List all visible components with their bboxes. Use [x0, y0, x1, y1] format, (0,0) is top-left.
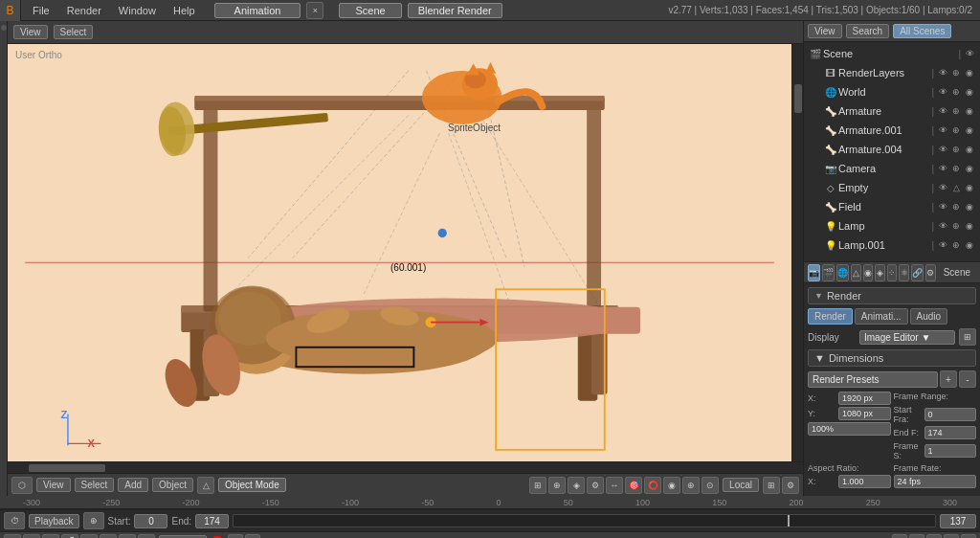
select-menu-btn[interactable]: Select [54, 25, 94, 39]
window-title[interactable]: Animation [214, 3, 301, 18]
view5-icon-btn[interactable]: ↔ [606, 477, 623, 494]
r2-icon-btn[interactable]: ⚙ [782, 477, 799, 494]
playback-btn[interactable]: Playback [29, 514, 79, 528]
tree-armature001[interactable]: 🦴 Armature.001 | 👁 ⊕ ◉ [804, 121, 980, 140]
menu-render[interactable]: Render [59, 3, 109, 18]
view7-icon-btn[interactable]: ⭕ [644, 477, 661, 494]
next-frame-btn[interactable]: ▶ [119, 534, 136, 538]
footer-add-btn[interactable]: Add [118, 478, 148, 492]
lamp001-eye[interactable]: 👁 [936, 238, 949, 252]
field-eye[interactable]: 👁 [936, 200, 949, 213]
world-cursor[interactable]: ⊕ [949, 85, 963, 99]
prev-keyframe-btn[interactable]: ◀◀ [42, 534, 59, 538]
lamp-eye[interactable]: 👁 [936, 219, 949, 233]
view-icon-btn[interactable]: ⊞ [529, 477, 546, 494]
tree-lamp[interactable]: 💡 Lamp | 👁 ⊕ ◉ [804, 216, 980, 235]
frame-step-value[interactable]: 1 [924, 444, 977, 458]
outliner-view-btn[interactable]: View [808, 24, 842, 38]
audio-tab[interactable]: Audio [910, 308, 948, 325]
res-x-value[interactable]: 1920 px [838, 392, 891, 405]
tree-armature[interactable]: 🦴 Armature | 👁 ⊕ ◉ [804, 101, 980, 121]
camera-prop-btn[interactable]: 📷 [808, 264, 820, 281]
rl-render[interactable]: ◉ [963, 66, 976, 79]
view2-icon-btn[interactable]: ⊕ [548, 477, 566, 494]
arm-cursor[interactable]: ⊕ [949, 104, 963, 118]
menu-file[interactable]: File [25, 3, 57, 18]
field-cursor[interactable]: ⊕ [949, 200, 963, 213]
start-value[interactable] [134, 514, 167, 528]
modifier-prop-btn[interactable]: ⚙ [925, 264, 936, 281]
sm-icon-2[interactable]: ◉ [245, 534, 260, 538]
tree-empty[interactable]: ◇ Empty | 👁 △ ◉ [804, 178, 980, 197]
r1-icon-btn[interactable]: ⊞ [763, 477, 780, 494]
hscroll-thumb[interactable] [29, 464, 105, 472]
arm004-eye[interactable]: 👁 [936, 143, 949, 156]
arm004-cursor[interactable]: ⊕ [949, 143, 963, 156]
rl-eye[interactable]: 👁 [936, 66, 949, 79]
cam-render[interactable]: ◉ [963, 162, 976, 175]
rs-icon-1[interactable]: ⊞ [892, 534, 907, 538]
view4-icon-btn[interactable]: ⚙ [587, 477, 604, 494]
view3-icon-btn[interactable]: ◈ [568, 477, 585, 494]
constraint-prop-btn[interactable]: 🔗 [911, 264, 924, 281]
field-render[interactable]: ◉ [963, 200, 976, 213]
rl-cursor[interactable]: ⊕ [949, 66, 963, 79]
view10-icon-btn[interactable]: ⊙ [702, 477, 719, 494]
tree-armature004[interactable]: 🦴 Armature.004 | 👁 ⊕ ◉ [804, 140, 980, 159]
render-tab[interactable]: Render [808, 308, 853, 325]
display-icon[interactable]: ⊞ [959, 328, 976, 346]
tree-camera[interactable]: 📷 Camera | 👁 ⊕ ◉ [804, 159, 980, 178]
lamp001-render[interactable]: ◉ [963, 238, 976, 252]
viewport-vscrollbar[interactable] [791, 44, 803, 461]
animation-tab[interactable]: Animati... [855, 308, 908, 325]
dim-header[interactable]: ▼ Dimensions [808, 349, 976, 367]
empty-render[interactable]: ◉ [963, 181, 976, 194]
end-value[interactable] [195, 514, 229, 528]
object-prop-btn[interactable]: ◉ [863, 264, 874, 281]
viewport-hscrollbar[interactable] [8, 461, 803, 473]
res-pct-value[interactable]: 100% [808, 422, 891, 436]
timeline-strip[interactable] [233, 514, 936, 527]
aspect-x-value[interactable]: 1.000 [838, 475, 891, 488]
mode-select[interactable]: Object Mode [218, 478, 286, 492]
view9-icon-btn[interactable]: ⊕ [682, 477, 700, 494]
scene-eye[interactable]: 👁 [963, 47, 976, 60]
tree-renderlayers[interactable]: 🎞 RenderLayers | 👁 ⊕ ◉ [804, 63, 980, 82]
empty-cursor[interactable]: △ [949, 181, 963, 194]
preset-add-btn[interactable]: + [940, 370, 957, 388]
tree-lamp001[interactable]: 💡 Lamp.001 | 👁 ⊕ ◉ [804, 235, 980, 255]
preset-remove-btn[interactable]: - [959, 370, 976, 388]
world-eye[interactable]: 👁 [936, 85, 949, 99]
current-frame[interactable] [940, 514, 976, 528]
render-engine-box[interactable]: Blender Render [408, 3, 502, 18]
lamp001-cursor[interactable]: ⊕ [949, 238, 963, 252]
texture-prop-btn[interactable]: ⁘ [887, 264, 898, 281]
arm-eye[interactable]: 👁 [936, 104, 949, 118]
tree-world[interactable]: 🌐 World | 👁 ⊕ ◉ [804, 82, 980, 101]
rs-icon-5[interactable]: ▼ [961, 534, 976, 538]
world-prop-btn[interactable]: △ [851, 264, 861, 281]
prev-frame-btn[interactable]: ◀ [23, 534, 40, 538]
lamp-render[interactable]: ◉ [963, 219, 976, 233]
world-render[interactable]: ◉ [963, 85, 976, 99]
physics-prop-btn[interactable]: ⚛ [899, 264, 909, 281]
tree-field[interactable]: 🦴 Field | 👁 ⊕ ◉ [804, 197, 980, 216]
play-btn[interactable]: ▶ [80, 534, 98, 538]
menu-help[interactable]: Help [166, 3, 203, 18]
tree-scene[interactable]: 🎬 Scene | 👁 [804, 44, 980, 63]
render-prop-btn[interactable]: 🎬 [822, 264, 835, 281]
scene-prop-btn[interactable]: 🌐 [836, 264, 849, 281]
empty-eye[interactable]: 👁 [936, 181, 949, 194]
render-presets-box[interactable]: Render Presets [808, 371, 938, 388]
frame-rate-value[interactable]: 24 fps [894, 475, 977, 488]
rs-icon-2[interactable]: ⊕ [909, 534, 924, 538]
material-prop-btn[interactable]: ◈ [875, 264, 885, 281]
outliner-allscenes-btn[interactable]: All Scenes [893, 24, 951, 38]
footer-select-btn[interactable]: Select [75, 478, 115, 492]
scene-name-box[interactable]: Scene [339, 3, 401, 18]
arm004-render[interactable]: ◉ [963, 143, 976, 156]
jump-end-btn[interactable]: ▶| [138, 534, 155, 538]
view6-icon-btn[interactable]: 🎯 [625, 477, 642, 494]
jump-start-btn[interactable]: |◀ [4, 534, 21, 538]
play-reverse-btn[interactable]: ◀▌ [61, 534, 78, 538]
